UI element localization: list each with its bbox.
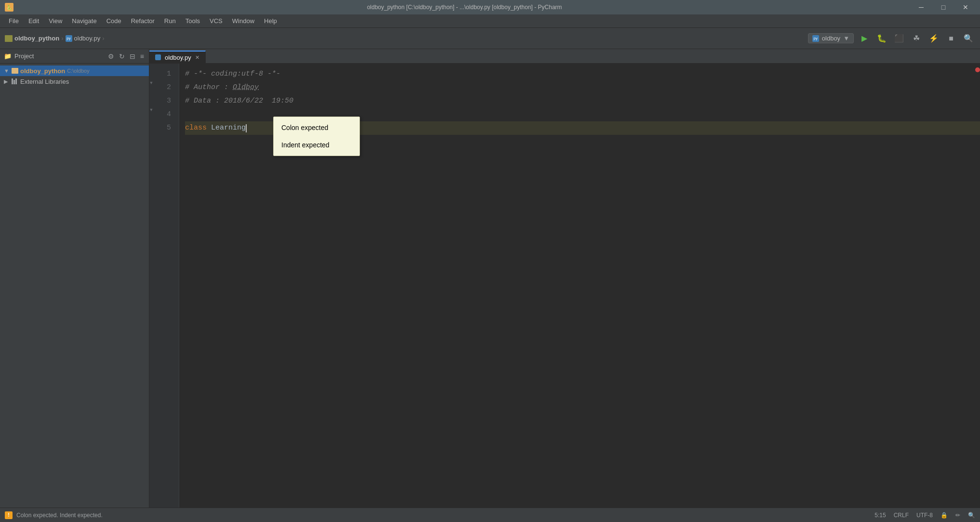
coverage-button[interactable]: ☘ bbox=[910, 32, 923, 45]
line-num-3: 3 bbox=[154, 94, 175, 108]
sidebar-item-external-libraries[interactable]: ▶ External Libraries bbox=[0, 76, 149, 87]
run-button[interactable]: ▶ bbox=[858, 32, 871, 45]
breadcrumb-separator-1: › bbox=[61, 35, 63, 42]
breadcrumb-file[interactable]: py oldboy.py bbox=[66, 35, 101, 42]
main-area: 📁 Project ⚙ ↻ ⊟ ≡ ▼ oldboy_python C:\old… bbox=[0, 49, 980, 508]
line-ending[interactable]: CRLF bbox=[894, 512, 909, 519]
tooltip-item-indent[interactable]: Indent expected bbox=[274, 136, 359, 154]
run-configuration[interactable]: py oldboy ▼ bbox=[808, 33, 854, 43]
tooltip-item-colon[interactable]: Colon expected bbox=[274, 119, 359, 136]
sidebar-sync-icon[interactable]: ↻ bbox=[118, 52, 126, 61]
code-text-1: # -*- coding:utf-8 -*- bbox=[185, 67, 280, 81]
status-left: ! Colon expected. Indent expected. bbox=[5, 511, 867, 519]
profile-button[interactable]: ⚡ bbox=[927, 32, 940, 45]
folder-icon bbox=[12, 68, 18, 74]
menu-vcs[interactable]: VCS bbox=[205, 16, 227, 26]
menu-run[interactable]: Run bbox=[159, 16, 181, 26]
file-readonly-icon: 🔒 bbox=[940, 512, 948, 519]
menu-tools[interactable]: Tools bbox=[181, 16, 205, 26]
window-controls: ─ □ ✕ bbox=[912, 2, 975, 13]
sidebar-content: ▼ oldboy_python C:\oldboy ▶ External Lib… bbox=[0, 64, 149, 508]
tab-file-icon bbox=[155, 54, 161, 60]
external-libraries-icon bbox=[12, 78, 17, 84]
sidebar-gear-icon[interactable]: ⚙ bbox=[107, 52, 115, 61]
keyword-class: class bbox=[185, 121, 211, 135]
menubar: File Edit View Navigate Code Refactor Ru… bbox=[0, 14, 980, 28]
error-tooltip: Colon expected Indent expected bbox=[273, 117, 360, 156]
code-line-3: # Data : 2018/6/22 19:50 bbox=[185, 94, 980, 108]
code-editor[interactable]: ▼ ▼ 1 2 3 4 5 # -*- coding:utf-8 -*- # A… bbox=[149, 64, 980, 508]
cursor-position[interactable]: 5:15 bbox=[874, 512, 886, 519]
breadcrumb-separator-2: › bbox=[102, 35, 104, 42]
code-text-2: # Author : Oldboy bbox=[185, 81, 259, 94]
folder-icon bbox=[5, 35, 13, 42]
code-line-2: # Author : Oldboy bbox=[185, 81, 980, 94]
sidebar-item-project[interactable]: ▼ oldboy_python C:\oldboy bbox=[0, 65, 149, 76]
window-title: oldboy_python [C:\oldboy_python] - ...\o… bbox=[17, 4, 912, 11]
statusbar: ! Colon expected. Indent expected. 5:15 … bbox=[0, 508, 980, 522]
text-cursor bbox=[246, 124, 247, 132]
sidebar-settings-icon[interactable]: ≡ bbox=[139, 52, 145, 61]
search-everywhere-button[interactable]: 🔍 bbox=[962, 32, 975, 45]
run-config-label: oldboy bbox=[822, 35, 840, 42]
menu-navigate[interactable]: Navigate bbox=[67, 16, 101, 26]
menu-code[interactable]: Code bbox=[102, 16, 126, 26]
close-button[interactable]: ✕ bbox=[956, 2, 975, 13]
stop-debug-button[interactable]: ⬛ bbox=[892, 32, 906, 45]
menu-help[interactable]: Help bbox=[259, 16, 282, 26]
line-num-2: 2 bbox=[154, 81, 175, 94]
menu-view[interactable]: View bbox=[44, 16, 67, 26]
debug-button[interactable]: 🐛 bbox=[875, 32, 888, 45]
sidebar-header: 📁 Project ⚙ ↻ ⊟ ≡ bbox=[0, 49, 149, 64]
stop-button[interactable]: ■ bbox=[944, 32, 958, 45]
line-numbers: 1 2 3 4 5 bbox=[154, 64, 179, 508]
expand-arrow: ▼ bbox=[4, 68, 10, 74]
python-file-icon: py bbox=[66, 35, 72, 42]
tab-close-button[interactable]: ✕ bbox=[195, 54, 199, 61]
run-config-dropdown-icon: ▼ bbox=[843, 35, 849, 42]
sidebar-collapse-icon[interactable]: ⊟ bbox=[129, 52, 136, 61]
tab-oldboy-py[interactable]: oldboy.py ✕ bbox=[149, 51, 206, 63]
editor-area: oldboy.py ✕ ▼ ▼ 1 2 3 4 5 # -*- cod bbox=[149, 49, 980, 508]
line-num-1: 1 bbox=[154, 67, 175, 81]
fold-marker-3: ▼ bbox=[149, 108, 153, 112]
breadcrumb: oldboy_python › py oldboy.py › bbox=[5, 35, 805, 42]
line-num-5: 5 bbox=[154, 121, 175, 135]
restore-button[interactable]: □ bbox=[934, 2, 953, 13]
run-config-icon: py bbox=[812, 35, 819, 42]
line-num-4: 4 bbox=[154, 108, 175, 121]
class-name-learning: Learning bbox=[211, 121, 246, 135]
code-text-4 bbox=[185, 108, 189, 121]
search-icon[interactable]: 🔍 bbox=[968, 512, 975, 519]
breadcrumb-project[interactable]: oldboy_python bbox=[5, 35, 59, 42]
toolbar-actions: py oldboy ▼ ▶ 🐛 ⬛ ☘ ⚡ ■ 🔍 bbox=[808, 32, 975, 45]
status-right: 5:15 CRLF UTF-8 🔒 ✏ 🔍 bbox=[874, 512, 975, 519]
status-message: Colon expected. Indent expected. bbox=[16, 512, 103, 519]
error-gutter-indicator bbox=[975, 67, 980, 72]
menu-refactor[interactable]: Refactor bbox=[126, 16, 159, 26]
code-content[interactable]: # -*- coding:utf-8 -*- # Author : Oldboy… bbox=[179, 64, 980, 508]
breadcrumb-project-label: oldboy_python bbox=[14, 35, 59, 42]
code-line-1: # -*- coding:utf-8 -*- bbox=[185, 67, 980, 81]
editor-gutter-left: ▼ ▼ bbox=[149, 64, 154, 508]
file-write-icon: ✏ bbox=[955, 512, 960, 519]
app-icon: 🐍 bbox=[5, 3, 13, 12]
menu-file[interactable]: File bbox=[4, 16, 24, 26]
expand-arrow-ext: ▶ bbox=[4, 78, 10, 85]
project-path: C:\oldboy bbox=[67, 68, 89, 74]
breadcrumb-file-label: oldboy.py bbox=[74, 35, 101, 42]
project-icon: 📁 bbox=[4, 52, 12, 60]
sidebar: 📁 Project ⚙ ↻ ⊟ ≡ ▼ oldboy_python C:\old… bbox=[0, 49, 149, 508]
toolbar: oldboy_python › py oldboy.py › py oldboy… bbox=[0, 28, 980, 49]
tabs-bar: oldboy.py ✕ bbox=[149, 49, 980, 64]
menu-window[interactable]: Window bbox=[227, 16, 259, 26]
sidebar-title: Project bbox=[14, 52, 104, 60]
fold-marker-1: ▼ bbox=[149, 81, 153, 85]
minimize-button[interactable]: ─ bbox=[912, 2, 931, 13]
code-text-3: # Data : 2018/6/22 19:50 bbox=[185, 94, 293, 108]
external-libraries-label: External Libraries bbox=[20, 78, 69, 85]
status-warning-icon: ! bbox=[5, 511, 13, 519]
tab-label: oldboy.py bbox=[165, 54, 191, 61]
encoding[interactable]: UTF-8 bbox=[916, 512, 933, 519]
menu-edit[interactable]: Edit bbox=[24, 16, 44, 26]
